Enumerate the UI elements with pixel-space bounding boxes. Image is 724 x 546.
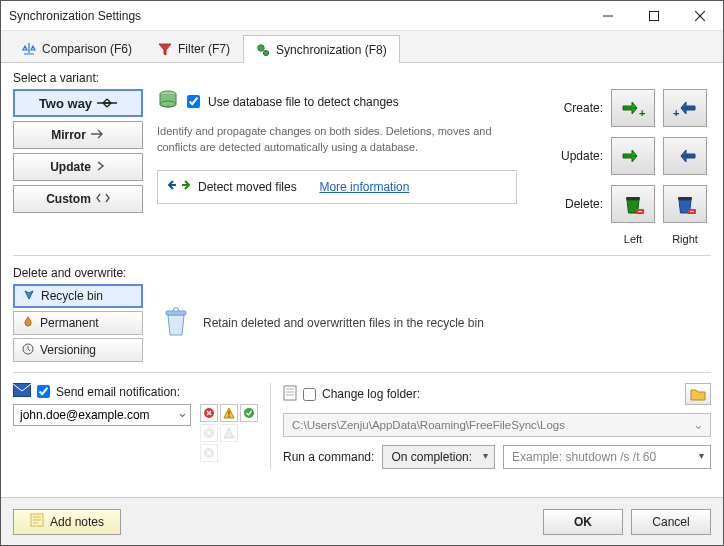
variant-heading: Select a variant: <box>13 71 711 85</box>
tab-synchronization[interactable]: Synchronization (F8) <box>243 35 400 63</box>
tab-label: Comparison (F6) <box>42 42 132 56</box>
maximize-button[interactable] <box>631 1 677 31</box>
run-command-label: Run a command: <box>283 450 374 464</box>
svg-point-4 <box>258 44 264 50</box>
right-label: Right <box>663 233 707 245</box>
variant-description: Identify and propagate changes on both s… <box>157 124 517 156</box>
tab-strip: Comparison (F6) Filter (F7) Synchronizat… <box>1 31 723 63</box>
database-column: Use database file to detect changes Iden… <box>143 89 531 245</box>
delete-label: Delete: <box>553 197 603 211</box>
notify-warning-on[interactable] <box>220 404 238 422</box>
notify-severity-grid <box>200 404 258 462</box>
add-notes-label: Add notes <box>50 515 104 529</box>
browse-log-folder-button[interactable] <box>685 383 711 405</box>
update-left-button[interactable] <box>611 137 655 175</box>
gears-icon <box>256 43 270 57</box>
recycle-icon <box>23 289 35 304</box>
scale-icon <box>22 42 36 56</box>
two-arrows-icon <box>168 178 190 195</box>
note-icon <box>30 513 44 530</box>
change-log-folder-label: Change log folder: <box>322 387 420 401</box>
tab-label: Synchronization (F8) <box>276 43 387 57</box>
variant-column: Two way Mirror Update Custom <box>13 89 143 245</box>
delete-right-button[interactable] <box>663 185 707 223</box>
svg-point-5 <box>263 50 268 55</box>
svg-rect-13 <box>678 197 692 200</box>
email-column: Send email notification: <box>13 383 258 469</box>
recycle-bin-icon <box>161 305 191 342</box>
clock-icon <box>22 343 34 358</box>
svg-text:+: + <box>673 107 679 119</box>
change-log-folder-checkbox[interactable] <box>303 388 316 401</box>
create-label: Create: <box>553 101 603 115</box>
notify-success-on[interactable] <box>240 404 258 422</box>
tab-filter[interactable]: Filter (F7) <box>145 34 243 62</box>
variant-label: Mirror <box>51 128 86 142</box>
svg-rect-20 <box>228 411 229 415</box>
delete-mode-description-row: Retain deleted and overwritten files in … <box>143 284 711 362</box>
svg-rect-1 <box>650 11 659 20</box>
chevron-right-icon <box>96 160 106 174</box>
email-address-input[interactable] <box>13 404 191 426</box>
notify-warning-off[interactable] <box>220 424 238 442</box>
detect-moved-label: Detect moved files <box>198 180 297 194</box>
left-label: Left <box>611 233 655 245</box>
create-left-button[interactable]: + <box>611 89 655 127</box>
close-button[interactable] <box>677 1 723 31</box>
notify-error-on[interactable] <box>200 404 218 422</box>
settings-window: Synchronization Settings Comparison (F6)… <box>0 0 724 546</box>
delete-mode-column: Recycle bin Permanent Versioning <box>13 284 143 362</box>
add-notes-button[interactable]: Add notes <box>13 509 121 535</box>
envelope-icon <box>13 383 31 400</box>
send-email-label: Send email notification: <box>56 385 180 399</box>
variant-label: Two way <box>39 96 92 111</box>
tab-label: Filter (F7) <box>178 42 230 56</box>
svg-rect-10 <box>626 197 640 200</box>
flame-icon <box>22 316 34 331</box>
more-information-link[interactable]: More information <box>319 180 409 194</box>
delete-mode-description: Retain deleted and overwritten files in … <box>203 316 484 330</box>
update-label: Update: <box>553 149 603 163</box>
titlebar: Synchronization Settings <box>1 1 723 31</box>
two-way-icon <box>97 96 117 111</box>
log-column: Change log folder: C:\Users\Zenju\AppDat… <box>270 383 711 469</box>
svg-rect-18 <box>14 384 31 397</box>
variant-two-way[interactable]: Two way <box>13 89 143 117</box>
code-icon <box>96 192 110 206</box>
delete-permanent[interactable]: Permanent <box>13 311 143 335</box>
delete-mode-label: Versioning <box>40 343 96 357</box>
create-right-button[interactable]: + <box>663 89 707 127</box>
notify-error-off[interactable] <box>200 424 218 442</box>
log-icon <box>283 385 297 404</box>
svg-text:+: + <box>639 107 645 119</box>
variant-label: Custom <box>46 192 91 206</box>
variant-mirror[interactable]: Mirror <box>13 121 143 149</box>
send-email-checkbox[interactable] <box>37 385 50 398</box>
run-command-when-combo[interactable]: On completion: <box>382 445 495 469</box>
actions-column: Create: + + Update: <box>531 89 711 245</box>
variant-update[interactable]: Update <box>13 153 143 181</box>
dialog-footer: Add notes OK Cancel <box>1 497 723 545</box>
variant-custom[interactable]: Custom <box>13 185 143 213</box>
svg-rect-17 <box>166 311 186 315</box>
notify-error-off2[interactable] <box>200 444 218 462</box>
delete-left-button[interactable] <box>611 185 655 223</box>
svg-rect-25 <box>284 386 296 400</box>
svg-point-22 <box>244 408 254 418</box>
log-folder-path[interactable]: C:\Users\Zenju\AppData\Roaming\FreeFileS… <box>283 413 711 437</box>
minimize-button[interactable] <box>585 1 631 31</box>
variant-label: Update <box>50 160 91 174</box>
delete-recycle-bin[interactable]: Recycle bin <box>13 284 143 308</box>
svg-rect-15 <box>690 211 694 212</box>
window-title: Synchronization Settings <box>9 9 585 23</box>
delete-mode-label: Permanent <box>40 316 99 330</box>
cancel-button[interactable]: Cancel <box>631 509 711 535</box>
use-database-checkbox[interactable] <box>187 95 200 108</box>
delete-overwrite-heading: Delete and overwrite: <box>13 266 711 280</box>
run-command-input[interactable]: Example: shutdown /s /t 60 <box>503 445 711 469</box>
ok-button[interactable]: OK <box>543 509 623 535</box>
delete-versioning[interactable]: Versioning <box>13 338 143 362</box>
update-right-button[interactable] <box>663 137 707 175</box>
use-database-label: Use database file to detect changes <box>208 95 399 109</box>
tab-comparison[interactable]: Comparison (F6) <box>9 34 145 62</box>
